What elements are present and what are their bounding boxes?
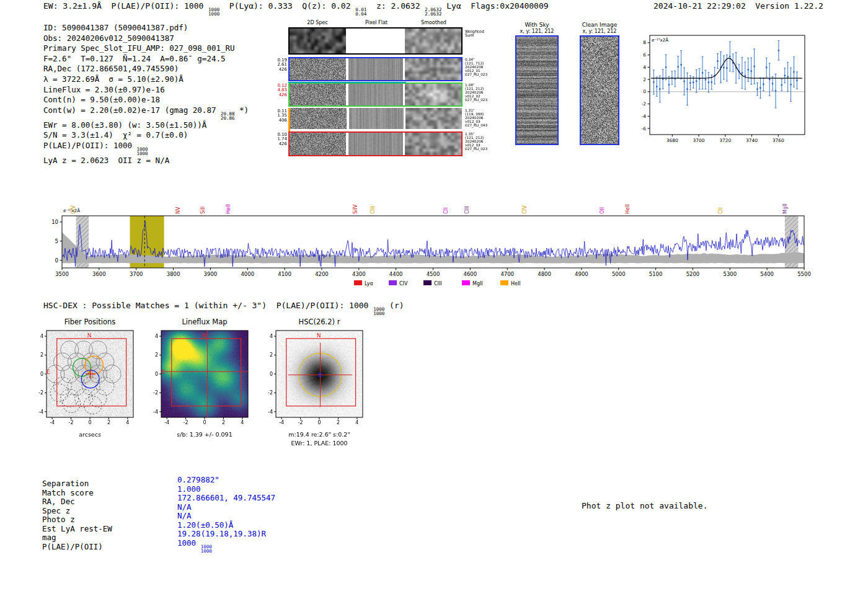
svg-text:SiII: SiII [200, 207, 206, 214]
svg-text:-2: -2 [642, 101, 647, 107]
smoothed-image [405, 29, 461, 53]
text-segment: EWr = 8.00(±3.80) (w: 3.50(±1.50))Å [43, 120, 206, 130]
text-segment: z: 2.0632 [366, 1, 425, 11]
spec2d-row-annotation: Weighted Sum [465, 30, 494, 37]
text-segment: 1.20(±0.50)Å [177, 520, 233, 530]
svg-text:3720: 3720 [719, 138, 731, 143]
spec2d-row [288, 57, 463, 81]
svg-text:-4: -4 [279, 420, 284, 425]
text-segment: N/A [177, 502, 192, 512]
svg-text:-6: -6 [642, 126, 647, 131]
svg-text:3740: 3740 [746, 138, 758, 143]
svg-text:4400: 4400 [389, 271, 403, 277]
text-segment: *) [235, 105, 249, 115]
svg-text:4500: 4500 [427, 271, 440, 277]
match-table-value: 172.866601, 49.745547 [177, 493, 275, 502]
svg-text:N: N [87, 332, 92, 339]
with-sky-canvas [516, 37, 557, 144]
full-spectrum-plot: 3500360037003800390040004100420043004400… [48, 186, 814, 291]
svg-text:4600: 4600 [464, 271, 477, 277]
stacked-fraction: 20.8820.86 [221, 112, 235, 120]
info-line: RA,Dec (172.866501,49.745590) [43, 64, 249, 74]
with-sky-title: With Sky [513, 22, 560, 28]
svg-text:CIV: CIV [71, 205, 76, 214]
svg-text:0: 0 [88, 420, 91, 425]
text-segment: S/N = 3.3(±1.4) χ² = 0.7(±0.0) [43, 130, 188, 140]
svg-text:0: 0 [155, 371, 158, 377]
spec2d-row-annotation: 0.34" (121, 712) 20240206 v012_01 027_RU… [465, 58, 494, 76]
smoothed-image [405, 84, 461, 105]
text-segment: 1.000 [177, 484, 201, 494]
spec2d-image [290, 108, 347, 129]
spec2d-row-annotation: 1.08" (121, 212) 20240206 v012_02 027_RU… [465, 83, 494, 102]
text-segment: ID: 5090041387 (5090041387.pdf) [43, 23, 188, 32]
svg-text:3800: 3800 [167, 271, 180, 277]
info-line: LineFlux = 2.30(±0.97)e-16 [43, 85, 249, 96]
svg-text:5300: 5300 [723, 271, 737, 277]
spec2d-col-title-smoothed: Smoothed [405, 20, 463, 25]
svg-text:4: 4 [241, 420, 244, 425]
svg-text:4300: 4300 [352, 271, 366, 277]
svg-text:SiIV: SiIV [353, 204, 358, 214]
detection-info-block: ID: 5090041387 (5090041387.pdf)Obs: 2024… [43, 23, 249, 166]
match-table-row: Separation0.279882" [42, 479, 365, 488]
fiber-positions-xlabel: arcsecs [46, 431, 133, 438]
svg-text:3680: 3680 [666, 138, 678, 143]
svg-text:E: E [46, 369, 50, 375]
match-table-row: Spec zN/A [42, 506, 365, 515]
svg-text:3700: 3700 [693, 138, 705, 143]
with-sky-coords: x, y: 121, 212 [507, 29, 567, 34]
lineflux-map-plot: -4-2024-4-2024NE [151, 314, 265, 438]
match-table-value: 0.279882" [177, 475, 219, 484]
photz-note: Phot z plot not available. [582, 501, 708, 510]
match-table-label: P(LAE)/P(OII) [42, 542, 103, 551]
spec2d-row-left-stats: 0.10 1.74 426 [273, 133, 287, 146]
svg-text:HeII: HeII [511, 281, 521, 287]
info-line: P(LAE)/P(OII): 1000 10001000 [43, 141, 249, 156]
svg-text:-4: -4 [268, 409, 273, 415]
match-table-value: N/A [177, 511, 192, 520]
match-table-row: RA, Dec172.866601, 49.745547 [42, 497, 365, 506]
text-segment: F=2.6" T=0.127 N̄=1.24 A=0.86̄ g=24.5 [43, 54, 226, 63]
match-table-label: mag [42, 533, 56, 542]
svg-text:-4: -4 [50, 420, 55, 425]
spec2d-row-left-stats: 0.19 2.61 426 [273, 58, 287, 72]
svg-text:5000: 5000 [612, 271, 626, 277]
spec2d-row-annotation: 1.31" (119, 398) 20240206 v012_03 027_RU… [465, 109, 494, 127]
svg-text:CIII: CIII [370, 206, 376, 214]
svg-text:HeII: HeII [226, 204, 231, 214]
svg-text:5500: 5500 [797, 271, 811, 277]
svg-text:4100: 4100 [278, 271, 291, 277]
svg-text:4000: 4000 [241, 271, 254, 277]
stacked-fraction: 2.06322.0632 [425, 7, 441, 16]
svg-text:-2: -2 [268, 390, 273, 396]
smoothed-image [405, 133, 461, 155]
svg-text:-2: -2 [184, 420, 188, 425]
text-segment: λ = 3722.69Å σ = 5.10(±2.90)Å [43, 74, 184, 84]
hsc-cutout-svg: -4-2024-4-2024N [265, 314, 380, 438]
info-line: S/N = 3.3(±1.4) χ² = 0.7(±0.0) [43, 130, 249, 141]
svg-text:4900: 4900 [575, 271, 588, 277]
match-table-label: RA, Dec [42, 497, 75, 506]
svg-text:MgII: MgII [472, 281, 483, 287]
text-segment: Primary Spec_Slot_IFU_AMP: 027_098_001_R… [43, 43, 235, 53]
svg-text:E: E [161, 369, 165, 375]
svg-text:4: 4 [355, 420, 358, 425]
svg-text:-2: -2 [298, 420, 303, 425]
svg-text:Lyα: Lyα [365, 281, 373, 287]
svg-text:3760: 3760 [773, 138, 784, 143]
spec2d-row [288, 82, 463, 107]
spec2d-row-left-stats: 0.11 1.35 406 [273, 109, 287, 123]
header-summary: EW: 3.2±1.9Å P(LAE)/P(OII): 1000 1000100… [43, 1, 549, 16]
pixelflat-image [349, 108, 404, 129]
text-segment: 0.279882" [177, 475, 219, 484]
text-segment: LyA z = 2.0623 OII z = N/A [43, 156, 169, 165]
svg-text:3700: 3700 [130, 271, 143, 277]
svg-text:3500: 3500 [55, 271, 69, 277]
text-segment: Obs: 20240206v012_5090041387 [43, 33, 174, 43]
full-spectrum-svg: 3500360037003800390040004100420043004400… [48, 186, 814, 291]
spec2d-row-annotation: 1.35" (121, 212) 20240206 v012_03 027_RU… [465, 132, 494, 151]
spec2d-row [288, 131, 463, 156]
text-segment: Cont(n) = 9.50(±0.00)e-18 [43, 95, 160, 104]
stacked-fraction: 0.010.04 [355, 7, 366, 16]
